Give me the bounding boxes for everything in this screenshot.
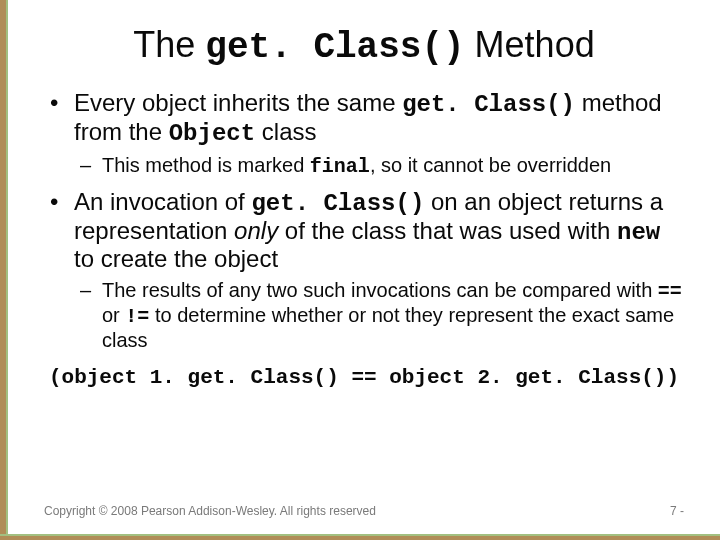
text: An invocation of (74, 188, 251, 215)
text: Every object inherits the same (74, 89, 402, 116)
title-suffix: Method (465, 24, 595, 65)
code: Object (169, 120, 255, 147)
sub-bullet: The results of any two such invocations … (74, 279, 684, 352)
copyright-text: Copyright © 2008 Pearson Addison-Wesley.… (44, 504, 376, 518)
title-method-code: get. Class() (205, 27, 464, 68)
code: get. Class() (251, 190, 424, 217)
text: , so it cannot be overridden (370, 154, 611, 176)
code: new (617, 219, 660, 246)
sub-list: This method is marked final, so it canno… (74, 154, 684, 179)
slide-title: The get. Class() Method (44, 24, 684, 68)
italic-text: only (234, 217, 278, 244)
text: of the class that was used with (278, 217, 617, 244)
text: to determine whether or not they represe… (102, 304, 674, 351)
text: class (255, 118, 316, 145)
text: or (102, 304, 125, 326)
text: This method is marked (102, 154, 310, 176)
bullet-1: Every object inherits the same get. Clas… (44, 90, 684, 178)
title-prefix: The (133, 24, 205, 65)
slide-content: The get. Class() Method Every object inh… (8, 0, 720, 536)
page-number: 7 - (670, 504, 684, 518)
code: final (310, 155, 370, 178)
bullet-2: An invocation of get. Class() on an obje… (44, 189, 684, 390)
text: to create the object (74, 245, 278, 272)
slide-border-bottom (0, 536, 720, 540)
bullet-list: Every object inherits the same get. Clas… (44, 90, 684, 389)
text: The results of any two such invocations … (102, 279, 658, 301)
code-example-line: (object 1. get. Class() == object 2. get… (44, 366, 684, 390)
sub-bullet: This method is marked final, so it canno… (74, 154, 684, 179)
code: != (125, 305, 149, 328)
sub-list: The results of any two such invocations … (74, 279, 684, 352)
slide-footer: Copyright © 2008 Pearson Addison-Wesley.… (44, 504, 684, 518)
slide-border-left (0, 0, 6, 540)
code: get. Class() (402, 91, 575, 118)
code: == (658, 280, 682, 303)
